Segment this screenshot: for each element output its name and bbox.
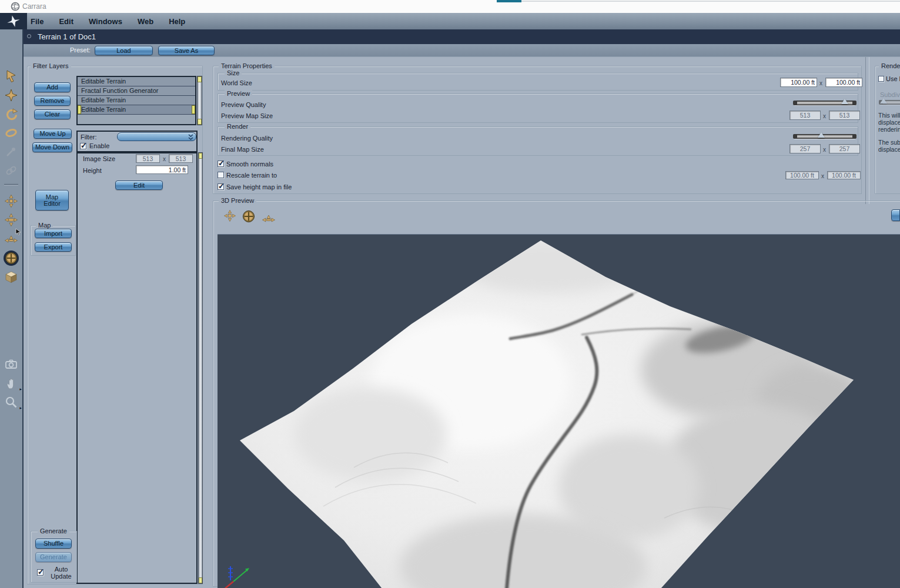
menu-file[interactable]: File [31,17,44,26]
menu-help[interactable]: Help [169,17,185,26]
dolly-camera-tool[interactable] [4,212,19,228]
document-title-bar [24,29,900,44]
export-button[interactable]: Export [35,242,72,252]
image-size-height-field: 513 [169,154,193,163]
render-panel-text-line: displacem [878,146,900,153]
image-size-width-field: 513 [136,154,160,163]
slider-thumb[interactable] [818,132,825,138]
reference-box-tool[interactable] [4,269,19,285]
scrollbar-cap[interactable] [199,153,202,159]
chevron-down-icon [188,134,193,141]
preview-quality-slider[interactable] [793,101,856,105]
map-group-title: Map [36,222,53,229]
render-panel-text-line: rendering [878,126,900,133]
trackball-camera-tool[interactable] [4,250,19,266]
bank-arrows-icon[interactable] [262,212,275,225]
zoom-tool[interactable]: ▸ [4,395,19,410]
shuffle-button[interactable]: Shuffle [35,539,72,549]
carrara-logo [0,13,27,29]
final-map-size-label: Final Map Size [221,146,264,153]
layer-row[interactable]: Fractal Function Generator [78,86,195,96]
filter-settings-panel [76,152,198,584]
filter-dropdown[interactable] [117,132,196,141]
move-star-tool[interactable] [4,88,19,103]
scrollbar-cap[interactable] [198,119,202,125]
layer-list-scrollbar[interactable] [197,76,202,125]
world-size-label: World Size [221,79,252,86]
filter-layer-list[interactable]: Editable TerrainFractal Function Generat… [76,76,196,125]
save-height-map-checkbox[interactable] [218,183,224,190]
clipped-button[interactable] [891,209,900,221]
generate-button[interactable]: Generate [35,552,72,562]
app-icon [11,2,20,11]
rescale-height-field: 100.00 ft [827,171,861,179]
settings-scrollbar[interactable] [198,152,203,584]
rendering-quality-slider[interactable] [793,134,856,139]
terrain-3d-viewport[interactable] [218,234,900,588]
remove-button[interactable]: Remove [34,96,71,106]
save-height-map-label: Save height map in file [226,183,292,191]
use-displacement-checkbox[interactable] [878,76,884,82]
trackball-icon[interactable] [241,209,256,224]
rescale-terrain-checkbox[interactable] [218,172,224,178]
layer-row[interactable]: Editable Terrain [78,77,195,86]
layer-row[interactable]: Editable Terrain [78,105,195,115]
preview-map-height-field: 513 [829,111,860,120]
map-editor-button[interactable]: Map Editor [35,190,69,211]
pan-camera-tool[interactable] [4,193,19,209]
render-panel-info-text: This willdisplacemrendering [878,112,900,135]
hand-pan-tool[interactable]: ▸ [4,376,19,391]
top-divider-line [521,1,900,2]
menu-bar: FileEditWindowsWebHelp [0,13,900,29]
slider-thumb[interactable] [841,99,848,104]
panel-divider [865,57,866,204]
menu-web[interactable]: Web [138,17,153,26]
left-toolbar: ▸▸ [0,29,24,588]
pan-arrows-icon[interactable] [224,210,236,222]
layer-row[interactable]: Editable Terrain [78,96,195,105]
preview-group-title: Preview [225,90,252,97]
rotate-tool[interactable] [4,107,19,122]
subdivision-label: Subdivi [880,91,900,98]
document-dot-icon [27,34,31,38]
select-arrow-tool[interactable] [4,69,19,84]
scrollbar-cap[interactable] [198,76,202,82]
carrara-star-icon [6,14,21,28]
move-up-button[interactable]: Move Up [34,129,72,139]
load-button[interactable]: Load [95,46,153,55]
document-title: Terrain 1 of Doc1 [38,32,96,41]
import-button[interactable]: Import [35,229,72,238]
enable-checkbox[interactable] [80,143,86,149]
size-group-title: Size [225,69,242,76]
use-displacement-label: Use D [886,75,900,82]
auto-update-checkbox[interactable] [37,569,44,576]
rendering-quality-label: Rendering Quality [221,135,273,142]
menu-edit[interactable]: Edit [59,17,73,26]
filter-layers-title: Filter Layers [31,62,71,69]
clear-button[interactable]: Clear [34,109,71,119]
smooth-normals-label: Smooth normals [226,161,273,168]
menu-windows[interactable]: Windows [89,17,122,26]
height-field[interactable]: 1.00 ft [136,165,188,174]
edit-button[interactable]: Edit [115,181,163,190]
world-size-width-field[interactable]: 100.00 ft [780,78,817,87]
eyedropper-tool[interactable] [4,144,19,159]
save-as-button[interactable]: Save As [158,46,215,55]
scrollbar-cap[interactable] [199,577,202,583]
move-down-button[interactable]: Move Down [32,142,72,152]
render-camera-tool[interactable] [4,356,19,372]
link-tool[interactable] [4,163,19,178]
render-panel-text-line: displacem [878,119,900,126]
subdivision-slider[interactable] [879,100,900,105]
add-button[interactable]: Add [34,82,71,92]
generate-group-title: Generate [38,527,69,534]
size-separator: x [823,146,826,153]
preset-bar [24,44,900,57]
render-panel-info-text: The subddisplacem [878,139,900,155]
smooth-normals-checkbox[interactable] [218,161,224,167]
carrara-window: Carrara FileEditWindowsWebHelp Terrain 1… [0,0,900,588]
world-size-height-field[interactable]: 100.00 ft [825,78,862,87]
slider-thumb[interactable] [880,98,887,103]
scale-ring-tool[interactable] [4,125,19,141]
render-panel-text-line: The subd [878,139,900,146]
